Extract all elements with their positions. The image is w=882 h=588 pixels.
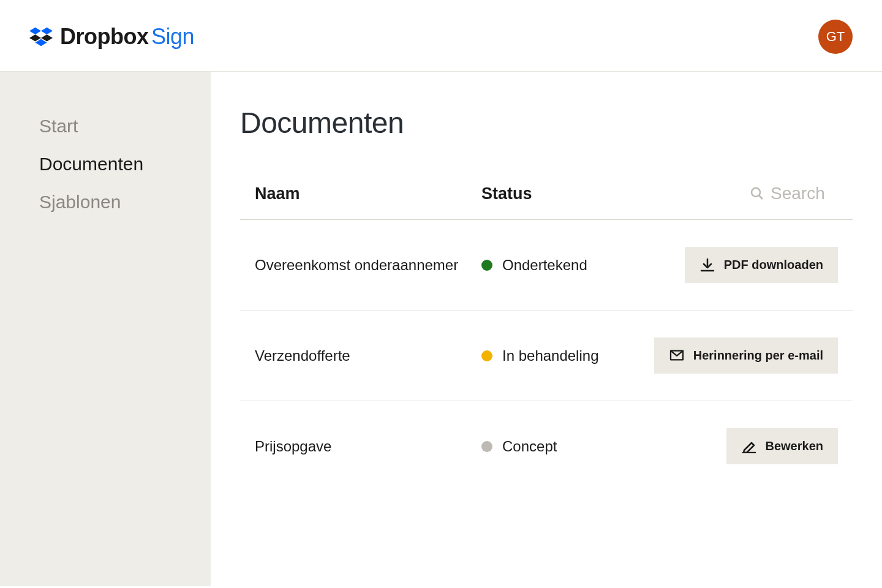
download-icon	[699, 258, 715, 272]
svg-marker-1	[41, 28, 53, 34]
status-label: Ondertekend	[502, 257, 587, 274]
status-label: Concept	[502, 438, 557, 455]
header: Dropbox Sign GT	[0, 0, 882, 72]
download-pdf-button[interactable]: PDF downloaden	[685, 247, 838, 283]
action-label: PDF downloaden	[724, 258, 823, 272]
sidebar-item-documenten[interactable]: Documenten	[39, 145, 172, 183]
document-status: In behandeling	[481, 347, 654, 364]
table-header: Naam Status	[240, 184, 853, 220]
edit-icon	[741, 440, 757, 453]
logo[interactable]: Dropbox Sign	[29, 24, 194, 50]
status-dot-icon	[481, 441, 492, 452]
status-label: In behandeling	[502, 347, 598, 364]
action-label: Herinnering per e-mail	[693, 349, 823, 363]
search-group[interactable]	[750, 184, 838, 203]
brand-sign: Sign	[151, 24, 194, 49]
sidebar-item-start[interactable]: Start	[39, 107, 172, 145]
document-status: Concept	[481, 438, 726, 455]
svg-line-6	[759, 195, 763, 199]
svg-point-5	[752, 188, 760, 197]
avatar-initials: GT	[826, 29, 845, 45]
document-name[interactable]: Verzendofferte	[255, 347, 481, 364]
sidebar: Start Documenten Sjablonen	[0, 72, 211, 586]
document-name[interactable]: Prijsopgave	[255, 438, 481, 455]
column-header-name: Naam	[255, 184, 481, 203]
edit-button[interactable]: Bewerken	[726, 428, 839, 464]
table-row: Prijsopgave Concept Bewerken	[240, 401, 853, 491]
search-input[interactable]	[771, 184, 838, 203]
body: Start Documenten Sjablonen Documenten Na…	[0, 72, 882, 586]
svg-marker-0	[29, 28, 41, 34]
main: Documenten Naam Status Overeenkomst onde…	[211, 72, 882, 586]
sidebar-item-sjablonen[interactable]: Sjablonen	[39, 183, 172, 221]
page-title: Documenten	[240, 106, 853, 140]
search-icon	[750, 186, 764, 201]
action-label: Bewerken	[766, 439, 824, 453]
status-dot-icon	[481, 260, 492, 271]
table-row: Verzendofferte In behandeling Herinnerin…	[240, 311, 853, 401]
document-status: Ondertekend	[481, 257, 685, 274]
avatar[interactable]: GT	[818, 20, 853, 54]
logo-text: Dropbox Sign	[60, 24, 194, 50]
dropbox-logo-icon	[29, 25, 53, 48]
column-header-status: Status	[481, 184, 750, 203]
document-name[interactable]: Overeenkomst onderaannemer	[255, 257, 481, 274]
mail-icon	[669, 349, 685, 363]
table-row: Overeenkomst onderaannemer Ondertekend P…	[240, 220, 853, 311]
status-dot-icon	[481, 350, 492, 361]
brand-dropbox: Dropbox	[60, 24, 149, 49]
email-reminder-button[interactable]: Herinnering per e-mail	[654, 337, 838, 374]
